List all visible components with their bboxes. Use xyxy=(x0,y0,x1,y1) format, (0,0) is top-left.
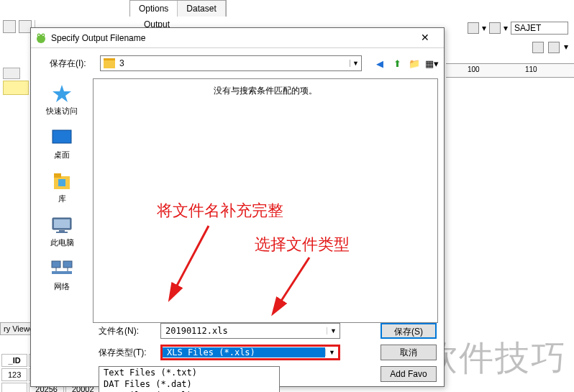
save-button[interactable]: 保存(S) xyxy=(381,323,437,339)
quick-access-icon xyxy=(50,83,74,104)
filetype-combo[interactable]: ▼ xyxy=(160,345,340,360)
svg-rect-12 xyxy=(54,219,70,228)
location-combo[interactable]: ▼ xyxy=(100,55,362,71)
place-label: 网络 xyxy=(54,281,70,292)
place-label: 库 xyxy=(58,193,66,204)
filetype-option[interactable]: Text Files (*.txt) xyxy=(99,367,279,378)
dialog-body: 快速访问 桌面 库 此电脑 网络 没有与搜索条件匹配的项。 xyxy=(31,78,444,323)
watermark: 软件技巧 xyxy=(423,335,567,381)
places-bar: 快速访问 桌面 库 此电脑 网络 xyxy=(31,78,93,323)
svg-rect-13 xyxy=(59,230,65,232)
save-file-dialog: Specify Output Filename ✕ 保存在(I): ▼ ◀ ⬆ … xyxy=(30,27,445,387)
view-menu-icon[interactable]: ▦▾ xyxy=(425,57,438,70)
ruler-mark: 100 xyxy=(468,65,480,73)
dropdown-icon[interactable]: ▾ xyxy=(564,42,568,53)
bg-toolbar-right: ▾ ▾ SAJET xyxy=(468,22,568,35)
file-list-area[interactable]: 没有与搜索条件匹配的项。 xyxy=(93,78,438,323)
chevron-down-icon[interactable]: ▼ xyxy=(350,60,361,67)
toolbar-icon[interactable] xyxy=(489,22,501,34)
svg-rect-14 xyxy=(56,232,68,233)
filetype-option[interactable]: DAT Files (*.dat) xyxy=(99,378,279,390)
dialog-title: Specify Output Filename xyxy=(51,33,411,43)
table-header: _ID xyxy=(1,354,27,367)
place-label: 此电脑 xyxy=(50,237,74,248)
sajet-field[interactable]: SAJET xyxy=(511,22,568,35)
new-folder-icon[interactable]: 📁 xyxy=(408,57,421,70)
toolbar-icon[interactable] xyxy=(548,42,560,53)
svg-rect-10 xyxy=(58,179,65,186)
bg-toolbar-2: ▾ xyxy=(532,42,568,53)
this-pc-icon xyxy=(50,214,74,236)
table-cell: 123 xyxy=(1,368,27,381)
place-desktop[interactable]: 桌面 xyxy=(50,127,74,160)
svg-point-3 xyxy=(38,35,40,36)
place-quick-access[interactable]: 快速访问 xyxy=(46,83,78,117)
svg-marker-5 xyxy=(53,85,71,102)
back-icon[interactable]: ◀ xyxy=(373,57,386,70)
bg-ruler: 100 110 xyxy=(446,63,574,78)
toolbar-icon[interactable] xyxy=(532,42,544,53)
place-label: 快速访问 xyxy=(46,106,78,117)
dropdown-icon[interactable]: ▾ xyxy=(504,23,508,33)
svg-rect-17 xyxy=(52,271,72,274)
filename-combo[interactable]: ▼ xyxy=(160,323,340,339)
filetype-row: 保存类型(T): ▼ 取消 xyxy=(99,345,437,360)
filetype-dropdown-list[interactable]: Text Files (*.txt)DAT Files (*.dat)SQL F… xyxy=(99,366,280,392)
location-row: 保存在(I): ▼ ◀ ⬆ 📁 ▦▾ xyxy=(31,48,444,78)
up-icon[interactable]: ⬆ xyxy=(391,57,404,70)
empty-message: 没有与搜索条件匹配的项。 xyxy=(94,85,437,97)
titlebar: Specify Output Filename ✕ xyxy=(31,28,444,48)
add-favorite-button[interactable]: Add Favo xyxy=(381,366,437,382)
svg-point-4 xyxy=(42,35,44,36)
place-libraries[interactable]: 库 xyxy=(50,170,74,204)
svg-rect-16 xyxy=(63,261,72,268)
save-in-label: 保存在(I): xyxy=(50,58,94,70)
filename-label: 文件名(N): xyxy=(99,325,153,337)
place-this-pc[interactable]: 此电脑 xyxy=(50,214,74,248)
bg-highlight-cell xyxy=(3,81,29,95)
dropdown-icon[interactable]: ▾ xyxy=(482,23,486,33)
bg-grid-corner xyxy=(3,68,20,79)
app-icon xyxy=(35,32,47,44)
desktop-icon xyxy=(50,127,74,148)
place-label: 桌面 xyxy=(54,150,70,160)
tab-options[interactable]: Options xyxy=(130,1,178,17)
svg-rect-6 xyxy=(53,130,71,143)
dialog-bottom: 文件名(N): ▼ 保存(S) 保存类型(T): ▼ 取消 Favorites:… xyxy=(31,323,444,392)
folder-icon xyxy=(104,58,115,68)
tab-dataset[interactable]: Dataset xyxy=(178,1,225,17)
svg-rect-15 xyxy=(52,261,60,268)
network-icon xyxy=(50,258,74,280)
libraries-icon xyxy=(50,170,74,192)
svg-rect-9 xyxy=(54,173,61,178)
nav-icons: ◀ ⬆ 📁 ▦▾ xyxy=(373,57,438,70)
ruler-mark: 110 xyxy=(525,65,537,73)
location-input[interactable] xyxy=(118,58,350,68)
filename-row: 文件名(N): ▼ 保存(S) xyxy=(99,323,437,339)
cancel-button[interactable]: 取消 xyxy=(381,345,437,360)
place-network[interactable]: 网络 xyxy=(50,258,74,292)
close-button[interactable]: ✕ xyxy=(411,29,439,47)
toolbar-icon[interactable] xyxy=(3,20,16,33)
filetype-label: 保存类型(T): xyxy=(99,347,153,359)
toolbar-icon[interactable] xyxy=(468,22,479,34)
filetype-input[interactable] xyxy=(163,347,325,357)
chevron-down-icon[interactable]: ▼ xyxy=(327,327,340,334)
bg-tabs: Options Dataset xyxy=(129,0,227,17)
chevron-down-icon[interactable]: ▼ xyxy=(325,349,338,356)
filename-input[interactable] xyxy=(161,326,327,336)
